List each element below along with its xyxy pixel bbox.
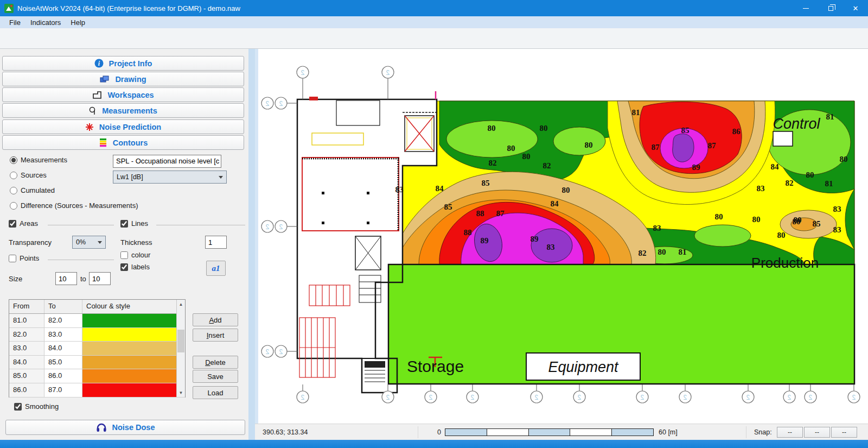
- svg-text:82: 82: [786, 179, 794, 187]
- add-button[interactable]: Add: [193, 313, 238, 326]
- svg-text:2: 2: [386, 394, 390, 401]
- drawing-icon: [100, 75, 110, 83]
- sidebar-label: Project Info: [109, 59, 152, 68]
- workspace-icon: [92, 91, 102, 99]
- transparency-select[interactable]: 0%: [72, 236, 106, 249]
- contour-table-row[interactable]: 82.083.0: [9, 328, 185, 342]
- delete-button[interactable]: Delete: [193, 356, 238, 369]
- contour-table-row[interactable]: 81.082.0: [9, 314, 185, 328]
- scale-end-label: 60 [m]: [659, 428, 678, 436]
- thickness-input[interactable]: [205, 236, 227, 249]
- size-from-input[interactable]: [55, 272, 77, 285]
- sidebar-label: Workspaces: [107, 91, 154, 99]
- font-button[interactable]: a1: [206, 261, 226, 276]
- sidebar-label: Measurements: [102, 106, 157, 115]
- insert-button[interactable]: Insert: [193, 329, 238, 342]
- headphones-icon: [96, 422, 107, 432]
- grid-marker: 2: [275, 345, 287, 357]
- toolbar: SPL - Occupational noise level [dB(A)] V…: [0, 28, 868, 49]
- svg-text:83: 83: [395, 185, 404, 194]
- load-button[interactable]: Load: [193, 386, 238, 399]
- scroll-up-icon[interactable]: ▲: [177, 300, 185, 308]
- snap-button-2[interactable]: --: [804, 427, 830, 438]
- window-bottom-edge: [0, 440, 868, 448]
- scroll-down-icon[interactable]: ▼: [177, 388, 185, 397]
- snap-button-1[interactable]: --: [777, 427, 803, 438]
- svg-text:83: 83: [833, 225, 841, 234]
- equipment-label: Equipment: [548, 359, 619, 375]
- contour-table-header: From To Colour & style: [9, 300, 185, 314]
- measurement-indicator-field[interactable]: SPL - Occupational noise level [c: [113, 155, 221, 168]
- radio-cumulated[interactable]: Cumulated: [10, 186, 55, 194]
- sidebar: i Project Info Drawing Workspaces Measur…: [0, 49, 248, 440]
- grid-marker: 2: [382, 66, 394, 78]
- svg-text:84: 84: [551, 199, 559, 208]
- sidebar-item-noise-prediction[interactable]: Noise Prediction: [2, 119, 244, 134]
- labels-checkbox[interactable]: labels: [120, 263, 150, 271]
- grid-marker: 2: [297, 391, 309, 403]
- contour-table-row[interactable]: 84.085.0: [9, 356, 185, 370]
- size-to-label: to: [80, 275, 86, 283]
- svg-text:80: 80: [777, 231, 786, 239]
- grid-marker: 2: [636, 391, 648, 403]
- chevron-down-icon: [219, 176, 223, 179]
- contour-table-row[interactable]: 86.087.0: [9, 383, 185, 397]
- svg-text:80: 80: [522, 152, 531, 161]
- snap-button-3[interactable]: --: [831, 427, 857, 438]
- svg-text:2: 2: [265, 223, 269, 231]
- sidebar-item-noise-dose[interactable]: Noise Dose: [5, 420, 245, 435]
- save-button[interactable]: Save: [193, 370, 238, 383]
- svg-text:2: 2: [683, 394, 687, 401]
- map-canvas[interactable]: Control Production Storage Equipment 818…: [255, 49, 868, 424]
- sidebar-item-drawing[interactable]: Drawing: [2, 72, 244, 86]
- smoothing-checkbox[interactable]: Smoothing: [14, 402, 59, 411]
- svg-text:82: 82: [543, 161, 551, 170]
- sidebar-item-workspaces[interactable]: Workspaces: [2, 87, 244, 102]
- menu-help[interactable]: Help: [66, 17, 90, 28]
- svg-text:89: 89: [481, 236, 489, 245]
- grid-marker: 2: [275, 97, 287, 109]
- svg-text:80: 80: [840, 155, 848, 163]
- svg-text:80: 80: [806, 171, 814, 179]
- grid-marker: 2: [261, 220, 273, 232]
- menu-file[interactable]: File: [4, 17, 25, 28]
- svg-text:89: 89: [531, 235, 539, 243]
- minimize-button[interactable]: [793, 0, 818, 16]
- panel-splitter[interactable]: [248, 49, 255, 440]
- grid-marker: 2: [467, 391, 478, 403]
- svg-text:84: 84: [771, 162, 780, 171]
- radio-measurements[interactable]: Measurements: [10, 156, 67, 164]
- menu-indicators[interactable]: Indicators: [25, 17, 66, 28]
- svg-text:88: 88: [464, 228, 472, 237]
- svg-text:80: 80: [540, 124, 548, 132]
- grid-marker: 2: [783, 391, 795, 403]
- sidebar-item-measurements[interactable]: Measurements: [2, 103, 244, 118]
- radio-sources[interactable]: Sources: [10, 171, 47, 179]
- size-label: Size: [9, 275, 22, 283]
- svg-text:2: 2: [534, 394, 538, 401]
- sidebar-item-contours[interactable]: Contours: [2, 135, 244, 150]
- svg-text:86: 86: [732, 127, 741, 136]
- source-indicator-select[interactable]: Lw1 [dB]: [113, 171, 227, 184]
- svg-text:80: 80: [658, 248, 666, 256]
- svg-text:88: 88: [476, 209, 484, 218]
- scrollbar-thumb[interactable]: [177, 330, 184, 352]
- radio-difference[interactable]: Difference (Sources - Measurements): [10, 201, 138, 210]
- lines-checkbox[interactable]: Lines: [120, 219, 148, 228]
- control-label: Control: [773, 116, 820, 132]
- production-label: Production: [751, 255, 819, 271]
- close-button[interactable]: ✕: [843, 0, 868, 16]
- contour-table-row[interactable]: 85.086.0: [9, 369, 185, 383]
- points-checkbox[interactable]: Points: [9, 254, 39, 262]
- svg-text:2: 2: [808, 394, 812, 401]
- table-scrollbar[interactable]: ▲ ▼: [176, 300, 185, 397]
- size-to-input[interactable]: [89, 272, 111, 285]
- colour-checkbox[interactable]: colour: [120, 251, 150, 259]
- sidebar-item-project-info[interactable]: i Project Info: [2, 56, 244, 71]
- restore-button[interactable]: [818, 0, 843, 16]
- areas-checkbox[interactable]: Areas: [9, 219, 38, 228]
- asterisk-icon: [85, 123, 94, 131]
- contour-table-row[interactable]: 83.084.0: [9, 342, 185, 356]
- grid-marker: 2: [742, 391, 754, 403]
- sidebar-label: Drawing: [115, 75, 146, 84]
